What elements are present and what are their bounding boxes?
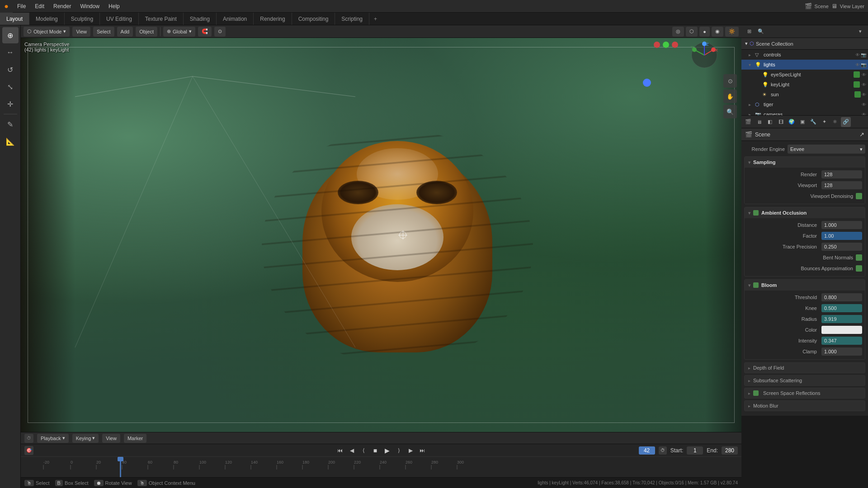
current-frame-display[interactable]: 42 xyxy=(639,446,655,455)
viewport-value[interactable]: 128 xyxy=(821,181,862,189)
stop-btn[interactable]: ■ xyxy=(370,446,380,455)
bounces-approx-checkbox[interactable] xyxy=(856,265,862,272)
ao-factor-value[interactable]: 1.00 xyxy=(821,232,862,240)
sun-eye[interactable]: 👁 xyxy=(862,92,866,97)
use-frame-btn[interactable]: 🎯 xyxy=(24,446,33,455)
menu-render[interactable]: Render xyxy=(49,0,75,12)
outliner-item-lights[interactable]: ▾ 💡 lights 👁 📷 xyxy=(741,60,868,70)
bloom-knee-value[interactable]: 0.500 xyxy=(821,304,862,312)
marker-btn[interactable]: Marker xyxy=(124,434,146,443)
bent-normals-checkbox[interactable] xyxy=(856,254,862,261)
menu-help[interactable]: Help xyxy=(104,0,124,12)
lights-expand[interactable]: ▾ xyxy=(749,62,755,67)
start-frame-display[interactable]: 1 xyxy=(687,446,703,455)
axis-gizmo[interactable]: X Y Z xyxy=(691,42,718,69)
bloom-intensity-value[interactable]: 0.347 xyxy=(821,337,862,345)
end-frame-display[interactable]: 280 xyxy=(722,446,738,455)
tab-compositing[interactable]: Compositing xyxy=(292,13,335,25)
viewport-denoising-checkbox[interactable] xyxy=(856,193,862,199)
motion-blur-section[interactable]: ▸ Motion Blur xyxy=(744,400,865,411)
tab-shading[interactable]: Shading xyxy=(184,13,217,25)
prev-keyframe-btn[interactable]: ◀ xyxy=(347,446,357,455)
prop-tab-view-layer[interactable]: ◧ xyxy=(765,117,775,127)
tab-layout[interactable]: Layout xyxy=(0,13,29,25)
outliner-item-keylight[interactable]: 💡 keyLight 👁 xyxy=(741,80,868,89)
outliner-item-controls[interactable]: ▸ ▽ controls 👁 📷 xyxy=(741,50,868,60)
controls-cam[interactable]: 📷 xyxy=(861,52,866,57)
cameras-eye[interactable]: 👁 xyxy=(862,112,866,116)
shading-material-btn[interactable]: ◉ xyxy=(712,27,723,37)
tab-uv-editing[interactable]: UV Editing xyxy=(100,13,139,25)
tab-animation[interactable]: Animation xyxy=(217,13,254,25)
bloom-header[interactable]: ▾ Bloom xyxy=(745,280,865,291)
controls-eye[interactable]: 👁 xyxy=(855,52,860,57)
ssr-section[interactable]: ▸ Screen Space Reflections xyxy=(744,388,865,399)
ao-distance-value[interactable]: 1.000 xyxy=(821,221,862,229)
prop-tab-scene[interactable]: 🎞 xyxy=(776,117,786,127)
tab-modeling[interactable]: Modeling xyxy=(29,13,65,25)
tab-sculpting[interactable]: Sculpting xyxy=(65,13,100,25)
menu-file[interactable]: File xyxy=(13,0,30,12)
ssr-enabled-checkbox[interactable] xyxy=(753,390,759,396)
outliner-search-btn[interactable]: 🔍 xyxy=(756,27,766,37)
eyespec-eye[interactable]: 👁 xyxy=(862,72,866,77)
add-btn[interactable]: Add xyxy=(117,27,133,37)
select-btn[interactable]: Select xyxy=(93,27,114,37)
lights-cam[interactable]: 📷 xyxy=(861,62,866,67)
tab-rendering[interactable]: Rendering xyxy=(254,13,292,25)
bloom-clamp-value[interactable]: 1.000 xyxy=(821,347,862,356)
zoom-btn[interactable]: 🔍 xyxy=(723,105,737,118)
rotate-tool-btn[interactable]: ↺ xyxy=(2,61,19,78)
render-engine-select[interactable]: Eevee ▾ xyxy=(788,145,865,154)
ao-enabled-checkbox[interactable] xyxy=(753,210,759,216)
timeline-ruler[interactable]: -20 0 20 40 60 80 100 xyxy=(21,457,741,477)
skip-end-btn[interactable]: ⏭ xyxy=(417,446,427,455)
prop-tab-particles[interactable]: ✦ xyxy=(819,117,829,127)
sss-section[interactable]: ▸ Subsurface Scattering xyxy=(744,375,865,386)
snap-btn[interactable]: 🧲 xyxy=(198,27,212,37)
shading-rendered-btn[interactable]: 🔆 xyxy=(725,27,739,37)
skip-start-btn[interactable]: ⏮ xyxy=(335,446,345,455)
transform-btn[interactable]: ⊕ Global ▾ xyxy=(163,27,195,37)
outliner-filter-btn[interactable]: ▾ xyxy=(855,27,865,37)
next-keyframe-btn[interactable]: ▶ xyxy=(406,446,415,455)
playback-btn[interactable]: Playback ▾ xyxy=(37,434,69,443)
prop-tab-render[interactable]: 🎬 xyxy=(743,117,753,127)
menu-edit[interactable]: Edit xyxy=(30,0,49,12)
prop-tab-modifier[interactable]: 🔧 xyxy=(808,117,818,127)
orbit-btn[interactable]: ⊙ xyxy=(723,74,737,88)
transform-tool-btn[interactable]: ✛ xyxy=(2,96,19,112)
lights-eye[interactable]: 👁 xyxy=(855,62,860,67)
viewport-canvas[interactable]: Camera Perspective (42) lights | keyLigh… xyxy=(21,38,741,432)
bloom-radius-value[interactable]: 3.919 xyxy=(821,315,862,323)
render-value[interactable]: 128 xyxy=(821,170,862,178)
menu-window[interactable]: Window xyxy=(75,0,104,12)
view-btn[interactable]: View xyxy=(72,27,90,37)
measure-tool-btn[interactable]: 📐 xyxy=(2,133,19,150)
shading-solid-btn[interactable]: ● xyxy=(699,27,710,37)
prop-tab-physics[interactable]: ⚛ xyxy=(830,117,840,127)
bloom-color-value[interactable] xyxy=(821,326,862,334)
bloom-threshold-value[interactable]: 0.800 xyxy=(821,293,862,301)
outliner-item-tiger[interactable]: ▸ ⬡ tiger 👁 xyxy=(741,99,868,109)
pan-btn[interactable]: ✋ xyxy=(723,89,737,103)
step-forward-btn[interactable]: ⟩ xyxy=(394,446,404,455)
tab-scripting[interactable]: Scripting xyxy=(335,13,369,25)
move-tool-btn[interactable]: ↔ xyxy=(2,44,19,61)
tab-texture-paint[interactable]: Texture Paint xyxy=(139,13,184,25)
play-btn[interactable]: ▶ xyxy=(382,446,392,455)
object-mode-btn[interactable]: ⬡ Object Mode ▾ xyxy=(24,27,70,37)
ao-header[interactable]: ▾ Ambient Occlusion xyxy=(745,207,865,218)
outliner-item-sun[interactable]: ☀ sun 👁 xyxy=(741,89,868,99)
outliner-item-cameras[interactable]: ▸ 📷 cameras 👁 xyxy=(741,109,868,115)
outliner-item-eyespeclight[interactable]: 💡 eyeSpecLight 👁 xyxy=(741,70,868,80)
overlay-btn[interactable]: ◎ xyxy=(672,27,684,37)
dof-section[interactable]: ▸ Depth of Field xyxy=(744,362,865,373)
prop-tab-object[interactable]: ▣ xyxy=(797,117,807,127)
scale-tool-btn[interactable]: ⤡ xyxy=(2,79,19,95)
prop-tab-world[interactable]: 🌍 xyxy=(787,117,797,127)
add-workspace-btn[interactable]: + xyxy=(369,16,382,22)
cursor-tool-btn[interactable]: ⊕ xyxy=(2,27,19,43)
keying-btn[interactable]: Keying ▾ xyxy=(72,434,99,443)
sampling-header[interactable]: ▾ Sampling xyxy=(745,157,865,168)
